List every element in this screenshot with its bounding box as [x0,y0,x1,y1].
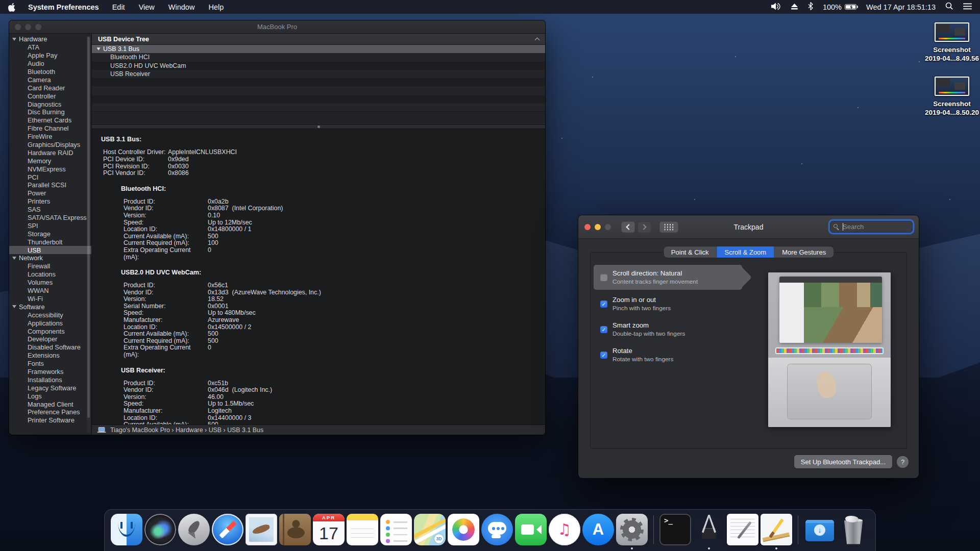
sidebar-item[interactable]: Power [9,189,91,197]
gesture-option-row[interactable]: Scroll direction: Natural Content tracks… [594,265,742,290]
apple-menu-icon[interactable] [8,3,16,12]
sidebar-item[interactable]: Firewall [9,262,91,270]
sidebar-item[interactable]: Printer Software [9,416,91,424]
bluetooth-icon[interactable] [808,2,813,12]
sidebar-item[interactable]: NVMExpress [9,165,91,173]
pane-splitter[interactable] [92,124,545,129]
window-titlebar[interactable]: MacBook Pro [9,20,545,34]
dock-app-icon[interactable] [549,514,580,545]
dock-app-icon[interactable] [246,514,277,545]
dock-app-icon[interactable] [653,515,654,544]
sidebar-item[interactable]: Hardware RAID [9,148,91,157]
sidebar-item[interactable]: Card Reader [9,84,91,92]
sidebar-item[interactable]: Storage [9,230,91,238]
app-menu-title[interactable]: System Preferences [28,3,99,11]
sidebar-item[interactable]: Accessibility [9,311,91,319]
eject-icon[interactable] [791,3,798,11]
sidebar-group-header[interactable]: Software [9,303,91,311]
device-tree-row[interactable]: USB 3.1 Bus [92,45,545,53]
window-toolbar[interactable]: Trackpad [578,215,919,239]
sidebar-item[interactable]: Extensions [9,352,91,360]
sidebar-group-header[interactable]: Network [9,254,91,262]
sidebar-item[interactable]: FireWire [9,133,91,141]
sidebar-item[interactable]: Legacy Software [9,384,91,392]
device-tree-row[interactable]: USB Receiver [92,70,545,78]
menu-item[interactable]: Window [168,3,195,11]
dock-app-icon[interactable] [212,514,243,545]
sidebar-item[interactable]: Logs [9,392,91,400]
notification-center-icon[interactable] [963,3,972,11]
sidebar-item[interactable]: SATA/SATA Express [9,214,91,222]
menu-item[interactable]: View [139,3,155,11]
minimize-button[interactable] [25,24,31,30]
breadcrumb[interactable]: Tiago's MacBook Pro › Hardware › USB › U… [110,427,263,434]
help-button[interactable]: ? [897,456,909,468]
device-tree-row[interactable]: USB2.0 HD UVC WebCam [92,62,545,70]
sidebar-item[interactable]: Memory [9,157,91,165]
sidebar-item[interactable]: Wi-Fi [9,295,91,303]
dock-app-icon[interactable] [279,514,311,545]
menu-bar-clock[interactable]: Wed 17 Apr 18:51:13 [866,3,936,11]
sidebar-item[interactable]: SAS [9,206,91,214]
sidebar-group-header[interactable]: Hardware [9,35,91,43]
sidebar-item[interactable]: Developer [9,335,91,343]
back-button[interactable] [621,221,635,233]
dock-app-icon[interactable] [515,514,547,545]
close-button[interactable] [15,24,21,30]
gesture-option-row[interactable]: Zoom in or out Pinch with two fingers [594,291,742,316]
dock-app-icon[interactable] [481,514,513,545]
sidebar-item[interactable]: Disc Burning [9,108,91,116]
sidebar-item[interactable]: Diagnostics [9,100,91,108]
dock-app-icon[interactable] [798,515,798,544]
gesture-option-row[interactable]: Smart zoom Double-tap with two fingers [594,317,742,342]
sidebar-item[interactable]: Locations [9,270,91,279]
minimize-button[interactable] [595,224,601,230]
sidebar-item[interactable]: Installations [9,375,91,384]
dock-app-icon[interactable] [448,514,479,545]
menu-item[interactable]: Edit [112,3,125,11]
forward-button[interactable] [638,221,651,233]
sidebar-item[interactable]: Printers [9,197,91,206]
dock-app-icon[interactable] [380,514,412,545]
checkbox[interactable] [600,352,607,359]
sidebar-item[interactable]: Disabled Software [9,343,91,352]
volume-icon[interactable] [771,3,781,12]
sidebar-item[interactable]: Controller [9,92,91,100]
gesture-option-row[interactable]: Rotate Rotate with two fingers [594,342,742,367]
show-all-preferences-button[interactable] [659,221,678,233]
tab[interactable]: More Gestures [774,246,834,258]
setup-bluetooth-trackpad-button[interactable]: Set Up Bluetooth Trackpad... [794,455,892,468]
dock-app-icon[interactable]: 3D [414,514,446,545]
device-tree-row[interactable]: Bluetooth HCI [92,53,545,61]
sidebar-item[interactable]: Camera [9,76,91,84]
sidebar-item[interactable]: Preference Panes [9,408,91,416]
sidebar-item[interactable]: ATA [9,43,91,52]
dock-app-icon[interactable] [616,514,648,545]
sidebar-item[interactable]: SPI [9,221,91,230]
checkbox[interactable] [600,300,607,308]
desktop-screenshot-icon[interactable]: Screenshot 2019-04...8.49.56 [919,22,980,63]
dock-app-icon[interactable] [693,514,725,545]
sidebar-item[interactable]: USB [9,246,91,254]
dock-app-icon[interactable] [838,514,869,545]
dock-app-icon[interactable] [111,514,142,545]
checkbox[interactable] [600,326,607,333]
sidebar-item[interactable]: Fonts [9,360,91,368]
sidebar-scrollbar[interactable] [87,36,90,433]
dock-app-icon[interactable] [659,514,691,545]
checkbox[interactable] [600,274,607,281]
dock-app-icon[interactable] [582,514,614,545]
sidebar-item[interactable]: Fibre Channel [9,124,91,133]
battery-status[interactable]: 100% [823,3,856,11]
sidebar-item[interactable]: Parallel SCSI [9,181,91,189]
zoom-button[interactable] [35,24,41,30]
sidebar-item[interactable]: Frameworks [9,368,91,376]
sidebar-item[interactable]: Audio [9,60,91,68]
dock-app-icon[interactable] [144,514,176,545]
sidebar-item[interactable]: Graphics/Displays [9,141,91,149]
dock-app-icon[interactable] [727,514,758,545]
close-button[interactable] [584,224,591,230]
sidebar-item[interactable]: WWAN [9,287,91,295]
dock-app-icon[interactable] [804,514,836,545]
dock-app-icon[interactable] [347,514,378,545]
